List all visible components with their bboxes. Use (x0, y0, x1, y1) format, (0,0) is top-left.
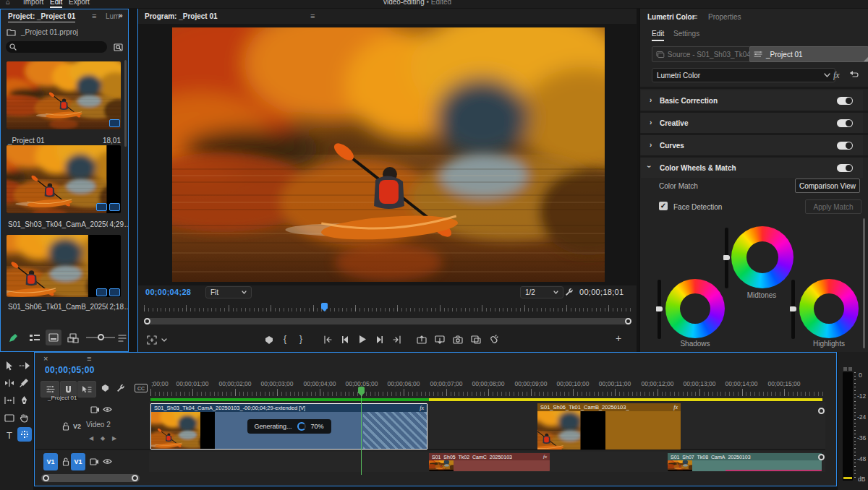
overflow-tab-lumetri[interactable]: Lum (106, 12, 119, 20)
keyframe-next-icon[interactable]: ▶ (112, 435, 116, 442)
clip-fx-badge[interactable]: fx (673, 404, 678, 411)
chevron-down-icon[interactable] (161, 338, 167, 342)
linked-selection-button[interactable] (77, 381, 96, 397)
track-lock-icon[interactable] (62, 457, 69, 466)
program-current-timecode[interactable]: 00;00;04;28 (145, 288, 191, 296)
tab-overflow-icon[interactable]: » (119, 12, 123, 20)
go-to-out-icon[interactable] (392, 335, 401, 344)
export-frame-icon[interactable] (453, 335, 463, 344)
freeform-view-icon[interactable] (67, 333, 79, 343)
add-marker-icon[interactable] (265, 335, 273, 345)
v2-v-scroll-handle[interactable] (818, 408, 825, 414)
playback-resolution-select[interactable]: 1/2 (520, 286, 563, 298)
v1-source-patch-button[interactable]: V1 (43, 453, 58, 470)
play-icon[interactable] (358, 335, 367, 344)
expand-chevron-icon[interactable]: › (650, 141, 652, 149)
ripple-edit-tool[interactable] (3, 377, 16, 390)
scrollbar-handle-left[interactable] (43, 475, 49, 481)
hand-tool[interactable] (17, 411, 30, 424)
scrollbar-handle-right[interactable] (132, 475, 138, 481)
source-monitor-track-icon[interactable] (90, 406, 100, 413)
track-select-forward-tool[interactable] (17, 359, 30, 372)
project-item-clip-1[interactable]: S01_Sh03_Tk04_CamA_20250103... 4;29 (4, 142, 125, 233)
reset-effect-icon[interactable] (848, 70, 859, 79)
lumetri-scrollbar[interactable] (863, 218, 865, 348)
program-panel-menu-icon[interactable]: ≡ (310, 12, 315, 20)
comparison-view-button[interactable]: Comparison View (795, 179, 860, 193)
timeline-settings-wrench-icon[interactable] (116, 384, 125, 392)
razor-tool[interactable] (17, 377, 30, 390)
home-icon[interactable]: ⌂ (6, 0, 10, 6)
scrollbar-handle-left[interactable] (144, 318, 150, 324)
clip-v2-extended[interactable]: S01_Sh03_Tk04_CamA_20250103_-00;00;04;29… (150, 403, 427, 450)
go-to-in-icon[interactable] (323, 335, 333, 344)
v2-track-name[interactable]: Video 2 (86, 421, 111, 429)
menu-edit[interactable]: Edit (50, 0, 62, 8)
search-input[interactable] (6, 41, 107, 53)
clip-fx-badge[interactable]: fx (543, 454, 547, 460)
program-scrollbar[interactable] (144, 318, 631, 324)
expand-chevron-icon[interactable]: › (650, 119, 652, 126)
add-keyframe-icon[interactable]: ◆ (101, 435, 105, 442)
face-detection-checkbox[interactable]: ✓ (659, 202, 668, 210)
extract-icon[interactable] (435, 335, 445, 344)
timeline-current-timecode[interactable]: 00;00;05;00 (45, 365, 95, 375)
mark-in-icon[interactable]: { (284, 334, 286, 344)
shadows-color-wheel[interactable] (665, 279, 725, 338)
rectangle-tool[interactable] (3, 411, 16, 424)
menu-import[interactable]: Import (23, 0, 43, 6)
v2-track-button[interactable]: V2 (73, 423, 81, 430)
project-item-clip-2[interactable]: S01_Sh06_Tk01_CamB_20250103... 2;18 (4, 226, 125, 314)
writable-pencil-icon[interactable] (8, 333, 18, 343)
program-tab[interactable]: Program: _Project 01 (145, 12, 218, 20)
program-settings-wrench-icon[interactable] (565, 288, 574, 296)
lumetri-panel-menu-icon[interactable]: ≡ (693, 12, 697, 21)
section-basic-correction[interactable]: › Basic Correction (641, 90, 863, 111)
captions-icon[interactable]: CC (135, 384, 148, 392)
track-visibility-eye-icon[interactable] (103, 458, 112, 465)
step-back-icon[interactable] (341, 335, 349, 344)
v1-track-button[interactable]: V1 (71, 453, 85, 470)
shadows-luma-slider[interactable] (658, 280, 661, 339)
keyframe-prev-icon[interactable]: ◀ (89, 435, 93, 442)
comparison-view-icon[interactable] (471, 335, 481, 344)
highlights-color-wheel[interactable] (799, 279, 859, 338)
generative-extend-tool[interactable] (17, 427, 32, 442)
meter-bars[interactable] (843, 372, 853, 481)
midtones-color-wheel[interactable] (731, 226, 793, 288)
safe-margins-icon[interactable] (147, 335, 157, 345)
tab-settings[interactable]: Settings (673, 30, 699, 38)
lumetri-tab[interactable]: Lumetri Color (647, 13, 695, 21)
tab-edit[interactable]: Edit (652, 30, 664, 41)
section-enable-toggle[interactable] (837, 97, 853, 105)
sequence-tab-label[interactable]: _Project 01 (48, 395, 77, 401)
fx-bypass-icon[interactable]: fx (833, 70, 840, 81)
project-tab[interactable]: Project: _Project 01 (8, 12, 75, 22)
clip-v2-camb[interactable]: S01_Sh06_Tk01_CamB_20250103_ fx (537, 403, 681, 450)
section-color-wheels[interactable]: › Color Wheels & Match (641, 158, 863, 178)
voice-annotation-icon[interactable] (489, 335, 498, 345)
program-video-frame[interactable] (172, 27, 605, 282)
zoom-slider-handle[interactable] (98, 334, 104, 340)
step-forward-icon[interactable] (375, 335, 383, 344)
zoom-level-select[interactable]: Fit (205, 286, 252, 298)
timeline-ruler[interactable]: ;00;00 00;00;01;00 00;00;02;00 00;00;03;… (150, 379, 825, 398)
sequence-target-button[interactable]: _Project 01 (749, 46, 868, 62)
clip-v1-cama[interactable]: S01_Sh07_Tk08_CamA_20250103_ (668, 453, 822, 471)
pen-tool[interactable] (17, 394, 30, 407)
effect-select[interactable]: Lumetri Color (652, 68, 835, 82)
project-file-row[interactable]: _Project 01.prproj (1, 27, 128, 38)
track-lock-icon[interactable] (62, 422, 69, 431)
expand-chevron-icon[interactable]: › (650, 96, 652, 104)
timeline-marker-icon[interactable] (101, 384, 109, 392)
timeline-h-scrollbar[interactable] (41, 474, 140, 482)
apply-match-button[interactable]: Apply Match (805, 199, 861, 214)
add-button-icon[interactable]: + (616, 332, 621, 344)
mark-out-icon[interactable]: } (299, 334, 302, 344)
v1-v-scroll-handle[interactable] (818, 454, 825, 460)
section-creative[interactable]: › Creative (641, 113, 863, 133)
timeline-panel-menu-icon[interactable]: ≡ (87, 354, 91, 363)
project-options-icon[interactable] (118, 334, 127, 343)
project-item-sequence[interactable]: _Project 01 18,01 (4, 59, 125, 150)
source-monitor-track-icon[interactable] (90, 458, 99, 465)
